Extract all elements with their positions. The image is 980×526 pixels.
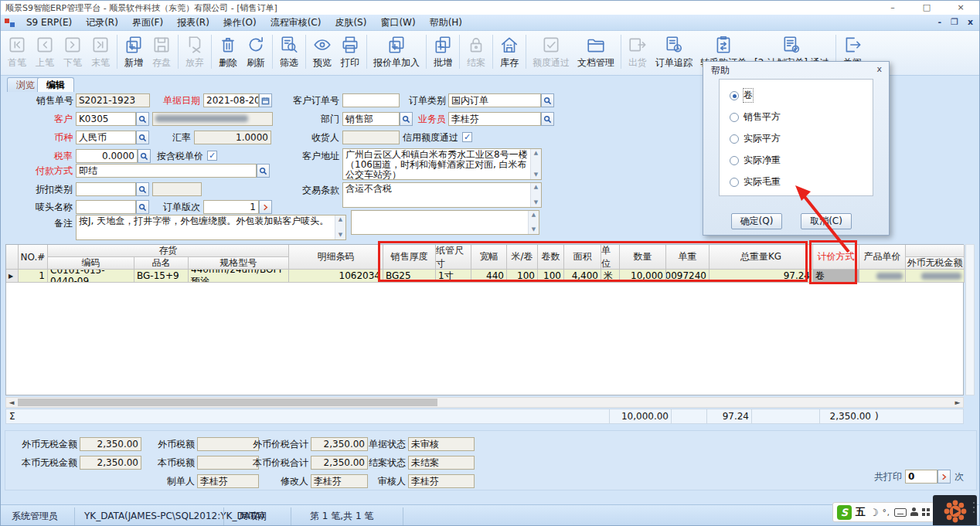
menu-interface[interactable]: 界面(F) [125, 16, 170, 29]
toolbox-grid-icon[interactable] [922, 508, 930, 516]
toolbar-new-button[interactable]: 新增 [120, 32, 148, 75]
salesman-field[interactable]: 李桂芬 [448, 112, 541, 126]
col-no-header[interactable]: NO.# [19, 245, 48, 270]
scrollbar-thumb[interactable] [18, 399, 437, 406]
col-name-header[interactable]: 品名 [134, 257, 189, 270]
col-price-header[interactable]: 产品单价 [859, 245, 906, 270]
toolbar-save-button[interactable]: 存盘 [148, 32, 175, 75]
toolbar-next-button[interactable]: 下笔 [59, 32, 87, 75]
col-spec-header[interactable]: 规格型号 [189, 257, 289, 270]
col-m-roll-header[interactable]: 米/卷 [507, 245, 538, 270]
col-weight-header[interactable]: 总重量KG [709, 245, 813, 270]
currency-field[interactable]: 人民币 [76, 131, 136, 144]
toolbar-ship-button[interactable]: 出货 [624, 32, 652, 75]
scroll-left-icon[interactable]: ◄ [6, 398, 17, 407]
col-thickness-header[interactable]: 销售厚度 [383, 245, 436, 270]
col-unit-weight-header[interactable]: 单重 [666, 245, 709, 270]
cell-name[interactable]: BG-15+9 [134, 270, 189, 283]
cell-amount-redacted[interactable] [906, 270, 965, 283]
discount-type-lookup-button[interactable] [136, 182, 149, 196]
toolbar-batch-add-button[interactable]: 批增 [429, 32, 457, 75]
cell-pricing-selected[interactable]: 卷 [813, 270, 859, 283]
cell-core[interactable]: 1寸 [436, 270, 471, 283]
doc-date-field[interactable]: 2021-08-20 [203, 93, 259, 107]
col-code-header[interactable]: 编码 [48, 257, 134, 270]
grid-horizontal-scrollbar[interactable]: ◄ ► [5, 397, 964, 408]
radio-option-sales-sqm[interactable]: 销售平方 [730, 110, 781, 124]
ok-button[interactable]: 确定(Q) [731, 213, 782, 229]
order-version-spinner[interactable] [259, 200, 272, 214]
col-barcode-header[interactable]: 明细条码 [289, 245, 383, 270]
window-maximize-button[interactable]: □ [910, 1, 944, 15]
menu-help[interactable]: 帮助(H) [423, 16, 469, 29]
print-count-spinner[interactable] [937, 470, 951, 484]
order-version-field[interactable]: 1 [203, 200, 259, 214]
textarea-scrollbar[interactable] [528, 211, 539, 234]
tax-rate-field[interactable]: 0.0000 [76, 149, 138, 163]
help-dialog-close-icon[interactable]: x [876, 64, 882, 74]
remark-field[interactable]: 按J, 天地盒，打井字带，外包缠绕膜。外包装加贴客户唛头。 [76, 215, 346, 240]
toolbar-close-case-button[interactable]: 结案 [462, 32, 490, 75]
cell-thickness[interactable]: BG25 [383, 270, 436, 283]
tax-included-checkbox[interactable] [207, 151, 217, 161]
print-count-field[interactable]: 0 [905, 470, 937, 484]
menu-report[interactable]: 报表(R) [170, 16, 216, 29]
toolbar-filter-button[interactable]: 筛选 [275, 32, 303, 75]
cell-code[interactable]: C0101-015-0440-09 [48, 270, 134, 283]
menu-operation[interactable]: 操作(O) [216, 16, 264, 29]
cell-rolls[interactable]: 100 [538, 270, 564, 283]
shipping-mark-field[interactable] [76, 200, 136, 214]
tab-edit[interactable]: 编辑 [37, 77, 74, 92]
cell-m-roll[interactable]: 100 [507, 270, 538, 283]
payment-lookup-button[interactable] [257, 164, 270, 178]
customer-po-field[interactable] [342, 93, 400, 107]
mdi-close-button[interactable]: x [968, 15, 973, 30]
mdi-minimize-button[interactable]: - [937, 15, 941, 30]
toolbar-preview-button[interactable]: 预览 [308, 32, 336, 75]
col-core-header[interactable]: 纸管尺寸 [436, 245, 471, 270]
textarea-scrollbar[interactable] [530, 183, 541, 207]
toolbar-refresh-button[interactable]: 刷新 [242, 32, 270, 75]
desktop-app-logo[interactable] [933, 495, 977, 526]
credit-pass-checkbox[interactable] [462, 132, 472, 142]
ime-mode-wubi[interactable]: 五 [856, 505, 866, 519]
menu-workflow[interactable]: 流程审核(C) [264, 16, 328, 29]
customer-code-field[interactable]: K0305 [76, 112, 136, 126]
col-amount-header[interactable]: 外币无税金额 [906, 257, 965, 270]
cell-spec[interactable]: 440mm/24um/BOPP预涂... [189, 270, 289, 283]
radio-option-actual-net-weight[interactable]: 实际净重 [730, 154, 781, 167]
textarea-scrollbar[interactable] [530, 149, 541, 179]
department-field[interactable]: 销售部 [342, 112, 400, 126]
mdi-restore-button[interactable]: ❐ [951, 15, 958, 30]
shipping-mark-lookup-button[interactable] [136, 200, 149, 214]
discount-type-field[interactable] [76, 182, 136, 196]
toolbar-doc-manage-button[interactable]: 文档管理 [573, 32, 618, 75]
textarea-scrollbar[interactable] [335, 215, 345, 239]
cancel-button[interactable]: 取消(C) [801, 213, 852, 229]
window-close-button[interactable]: × [944, 1, 978, 15]
cell-no[interactable]: 1 [19, 270, 48, 283]
col-stock-group-header[interactable]: 存货 [48, 245, 289, 257]
grid-vertical-scrollbar[interactable] [965, 244, 975, 395]
cell-width[interactable]: 440 [471, 270, 507, 283]
toolbar-print-button[interactable]: 打印 [336, 32, 364, 75]
col-pricing-header[interactable]: 计价方式 [813, 245, 859, 270]
order-type-lookup-button[interactable] [541, 93, 554, 107]
calendar-button[interactable] [259, 93, 272, 107]
tax-rate-lookup-button[interactable] [138, 149, 151, 163]
cell-area[interactable]: 4,400 [564, 270, 601, 283]
cell-unit-weight[interactable]: 0.0097240 [666, 270, 709, 283]
trade-terms-field[interactable]: 含运不含税 [342, 182, 542, 208]
salesman-lookup-button[interactable] [541, 112, 554, 126]
person-icon[interactable] [910, 507, 918, 517]
cell-barcode[interactable]: 1062034 [289, 270, 383, 283]
toolbar-first-button[interactable]: 首笔 [3, 32, 31, 75]
col-unit-header[interactable]: 单位 [601, 245, 620, 270]
col-width-header[interactable]: 宽幅 [471, 245, 507, 270]
window-minimize-button[interactable]: – [876, 1, 910, 15]
menu-skin[interactable]: 皮肤(S) [328, 16, 373, 29]
menu-window[interactable]: 窗口(W) [373, 16, 422, 29]
toolbar-prev-button[interactable]: 上笔 [31, 32, 59, 75]
col-area-header[interactable]: 面积 [564, 245, 601, 270]
order-type-field[interactable]: 国内订单 [448, 93, 541, 107]
